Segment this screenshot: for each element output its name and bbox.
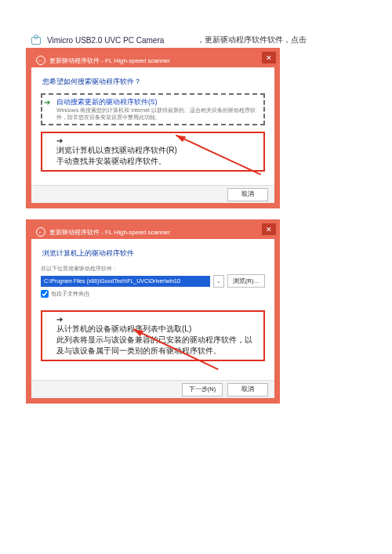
next-button[interactable]: 下一步(N) — [182, 383, 223, 396]
cancel-button-1[interactable]: 取消 — [227, 188, 268, 201]
option-auto-sub: Windows 将搜索您的计算机和 Internet 以获得最新的、适合相关设备… — [56, 107, 259, 121]
path-combo[interactable]: C:\Program Files (x86)\GoodTech\FL_UVC\D… — [41, 276, 210, 287]
update-driver-dialog-1: ← 更新驱动程序软件 - FL High-speed scanner ✕ 您希望… — [31, 53, 274, 203]
option-browse-local[interactable]: ➔ 浏览计算机以查找驱动程序软件(R) 手动查找并安装驱动程序软件。 — [41, 132, 265, 172]
include-subfolders-checkbox[interactable] — [41, 290, 49, 298]
dialog-footer-2: 下一步(N) 取消 — [31, 380, 274, 398]
option-browse-title: 浏览计算机以查找驱动程序软件(R) — [56, 145, 259, 156]
option-pick-title: 从计算机的设备驱动程序列表中选取(L) — [56, 324, 259, 335]
camera-icon — [31, 35, 42, 45]
path-label: 在以下位置搜索驱动程序软件： — [41, 265, 265, 273]
arrow-icon: ➔ — [56, 136, 63, 145]
option-auto-search[interactable]: ➔ 自动搜索更新的驱动程序软件(S) Windows 将搜索您的计算机和 Int… — [41, 93, 265, 125]
titlebar-2: ← 更新驱动程序软件 - FL High-speed scanner ✕ — [31, 225, 274, 239]
title-text-2: 更新驱动程序软件 - FL High-speed scanner — [49, 228, 170, 237]
include-subfolders[interactable]: 包括子文件夹(I) — [41, 290, 265, 298]
back-icon[interactable]: ← — [36, 56, 45, 65]
intro-tail: ，更新驱动程序软件软件，点击 — [197, 34, 307, 45]
intro-line: Vimicro USB2.0 UVC PC Camera ，更新驱动程序软件软件… — [31, 34, 361, 45]
device-name: Vimicro USB2.0 UVC PC Camera — [47, 36, 164, 45]
cancel-button-2[interactable]: 取消 — [227, 383, 268, 396]
option-auto-title: 自动搜索更新的驱动程序软件(S) — [56, 98, 259, 107]
heading-2: 浏览计算机上的驱动程序软件 — [42, 248, 265, 259]
browse-button[interactable]: 浏览(R)… — [227, 274, 265, 288]
heading-1: 您希望如何搜索驱动程序软件？ — [42, 77, 265, 87]
option-pick-sub: 此列表将显示与该设备兼容的已安装的驱动程序软件，以及与该设备属于同一类别的所有驱… — [56, 335, 259, 357]
option-pick-from-list[interactable]: ➔ 从计算机的设备驱动程序列表中选取(L) 此列表将显示与该设备兼容的已安装的驱… — [41, 310, 265, 361]
dialog-footer-1: 取消 — [31, 185, 274, 203]
arrow-icon: ➔ — [44, 98, 50, 107]
close-button-1[interactable]: ✕ — [262, 52, 276, 63]
back-icon[interactable]: ← — [36, 227, 45, 237]
include-subfolders-label: 包括子文件夹(I) — [51, 290, 89, 298]
titlebar-1: ← 更新驱动程序软件 - FL High-speed scanner ✕ — [31, 53, 274, 67]
close-button-2[interactable]: ✕ — [262, 223, 276, 235]
path-row: C:\Program Files (x86)\GoodTech\FL_UVC\D… — [41, 274, 265, 288]
update-driver-dialog-2: ← 更新驱动程序软件 - FL High-speed scanner ✕ 浏览计… — [31, 225, 274, 398]
option-browse-sub: 手动查找并安装驱动程序软件。 — [56, 156, 259, 167]
arrow-icon: ➔ — [56, 315, 63, 324]
combo-chevron-down-icon[interactable]: ⌄ — [213, 275, 224, 288]
title-text-1: 更新驱动程序软件 - FL High-speed scanner — [49, 56, 170, 65]
